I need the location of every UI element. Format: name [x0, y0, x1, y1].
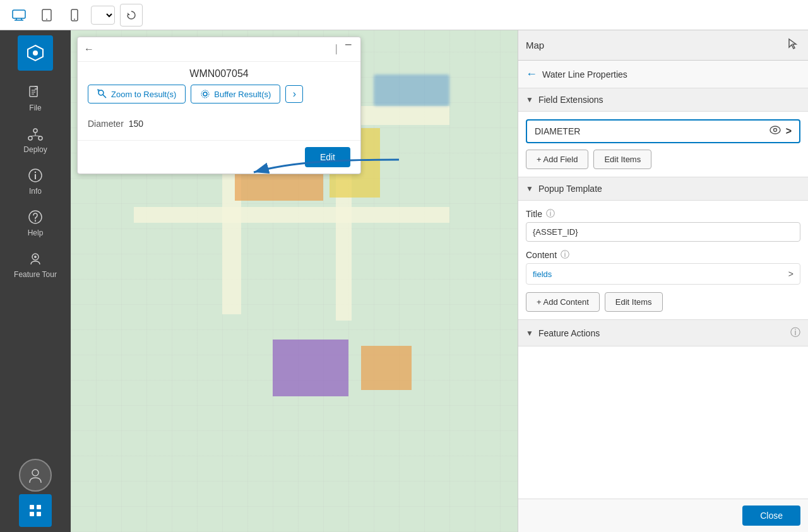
popup-template-body: Title ⓘ Content ⓘ fields > — [518, 201, 808, 320]
svg-point-36 — [201, 90, 209, 98]
field-row-diameter: Diameter 150 — [88, 119, 350, 129]
content-fields-item[interactable]: fields > — [526, 263, 800, 285]
view-select[interactable]: Default — [91, 6, 115, 25]
field-ext-nav-btn[interactable]: > — [786, 126, 792, 137]
field-extensions-edit-items-btn[interactable]: Edit Items — [593, 150, 651, 169]
field-visibility-btn[interactable] — [769, 126, 781, 137]
popup-title-group: Title ⓘ — [526, 208, 800, 242]
panel-sub-title: Water Line Properties — [542, 69, 627, 80]
help-icon — [27, 208, 44, 226]
popup-panel-right-btn[interactable]: ⎺ — [343, 42, 354, 56]
popup-actions: Zoom to Result(s) Buffer Result(s) › — [78, 85, 360, 111]
user-profile-btn[interactable] — [19, 459, 52, 492]
svg-point-5 — [46, 18, 47, 20]
rotate-btn[interactable] — [120, 4, 143, 27]
svg-rect-0 — [13, 10, 25, 18]
field-extensions-chevron: ▼ — [526, 95, 533, 104]
popup-content-label: Content — [526, 250, 557, 260]
panel-header-title: Map — [526, 40, 544, 50]
svg-point-28 — [32, 470, 39, 476]
svg-line-19 — [30, 136, 35, 136]
panel-footer: Close — [518, 499, 808, 532]
popup-panel-left-btn[interactable]: ⎹ — [325, 42, 339, 56]
popup-template-edit-items-btn[interactable]: Edit Items — [605, 292, 663, 312]
panel-header-actions — [784, 35, 800, 55]
map-block — [273, 340, 348, 396]
sidebar-item-file-label: File — [29, 103, 41, 112]
popup-template-actions: + Add Content Edit Items — [526, 292, 800, 312]
main-layout: File Deploy Info — [0, 30, 808, 532]
panel-back-btn[interactable]: ← — [526, 68, 537, 81]
popup-toolbar-icons: ⎹ ⎺ — [325, 42, 354, 56]
svg-rect-32 — [37, 512, 41, 516]
close-btn[interactable]: Close — [742, 505, 800, 526]
svg-marker-8 — [128, 13, 130, 15]
popup-title-label: Title — [526, 209, 542, 219]
svg-point-27 — [34, 256, 37, 258]
svg-point-16 — [28, 136, 32, 140]
zoom-to-results-btn[interactable]: Zoom to Result(s) — [88, 85, 186, 103]
popup-template-section-header[interactable]: ▼ Popup Template — [518, 177, 808, 201]
svg-point-15 — [33, 129, 37, 133]
map-road — [134, 207, 449, 223]
popup-footer: Edit — [78, 140, 360, 174]
add-content-btn[interactable]: + Add Content — [526, 292, 600, 312]
svg-point-35 — [203, 92, 207, 96]
sidebar-item-info-label: Info — [29, 187, 42, 196]
add-field-btn[interactable]: + Add Field — [526, 150, 588, 169]
sidebar-item-help[interactable]: Help — [7, 203, 64, 242]
feature-popup: ← ⎹ ⎺ WMN007054 Zoom to Result(s) Buffer… — [77, 37, 361, 174]
desktop-view-btn[interactable] — [8, 4, 30, 27]
feature-actions-help-icon[interactable]: ⓘ — [790, 326, 800, 340]
popup-content-help-icon[interactable]: ⓘ — [561, 249, 569, 261]
deploy-icon — [27, 125, 44, 143]
feature-actions-section-header[interactable]: ▼ Feature Actions ⓘ — [518, 320, 808, 346]
diameter-field-item: DIAMETER > — [526, 119, 800, 143]
field-label-diameter: Diameter — [88, 119, 124, 129]
popup-title-help-icon[interactable]: ⓘ — [546, 208, 555, 220]
feature-actions-chevron: ▼ — [526, 329, 533, 338]
popup-title-label-row: Title ⓘ — [526, 208, 800, 220]
svg-rect-29 — [30, 505, 34, 509]
feature-actions-title: Feature Actions — [538, 328, 600, 338]
svg-rect-31 — [30, 512, 34, 516]
map-block — [361, 346, 412, 390]
content-item-fields-label: fields — [533, 269, 788, 279]
popup-template-title: Popup Template — [538, 184, 602, 194]
content-item-nav-icon: > — [788, 269, 793, 279]
popup-content: Diameter 150 — [78, 111, 360, 140]
panel-sub-header: ← Water Line Properties — [518, 61, 808, 88]
mobile-view-btn[interactable] — [63, 4, 86, 27]
sidebar-item-deploy-label: Deploy — [23, 145, 47, 154]
tablet-view-btn[interactable] — [35, 4, 58, 27]
popup-edit-btn[interactable]: Edit — [305, 147, 350, 167]
sidebar-item-feature-tour[interactable]: Feature Tour — [7, 245, 64, 284]
left-sidebar: File Deploy Info — [0, 30, 71, 532]
popup-title: WMN007054 — [78, 62, 360, 85]
svg-line-20 — [35, 136, 40, 136]
more-actions-btn[interactable]: › — [285, 85, 303, 103]
svg-point-25 — [35, 220, 36, 222]
field-extensions-body: DIAMETER > + Add Field Edit Items — [518, 112, 808, 177]
popup-back-btn[interactable]: ← — [84, 44, 94, 55]
sidebar-item-deploy[interactable]: Deploy — [7, 120, 64, 159]
sidebar-item-file[interactable]: File — [7, 78, 64, 117]
app-switcher-btn[interactable] — [19, 494, 52, 527]
map-area[interactable]: ← ⎹ ⎺ WMN007054 Zoom to Result(s) Buffer… — [71, 30, 518, 532]
sidebar-item-help-label: Help — [28, 228, 44, 237]
field-extensions-section-header[interactable]: ▼ Field Extensions — [518, 88, 808, 112]
field-extensions-actions: + Add Field Edit Items — [526, 150, 800, 169]
svg-line-34 — [103, 95, 106, 98]
panel-cursor-btn[interactable] — [784, 35, 800, 55]
file-icon — [27, 83, 44, 101]
svg-point-23 — [35, 172, 36, 173]
popup-title-input[interactable] — [526, 222, 800, 242]
popup-content-group: Content ⓘ fields > — [526, 249, 800, 285]
sidebar-item-info[interactable]: Info — [7, 162, 64, 201]
app-logo[interactable] — [18, 35, 53, 71]
field-extensions-title: Field Extensions — [538, 95, 603, 105]
top-toolbar: Default — [0, 0, 808, 30]
field-value-diameter: 150 — [129, 119, 143, 129]
map-label-blur — [374, 74, 449, 106]
buffer-results-btn[interactable]: Buffer Result(s) — [191, 85, 280, 103]
